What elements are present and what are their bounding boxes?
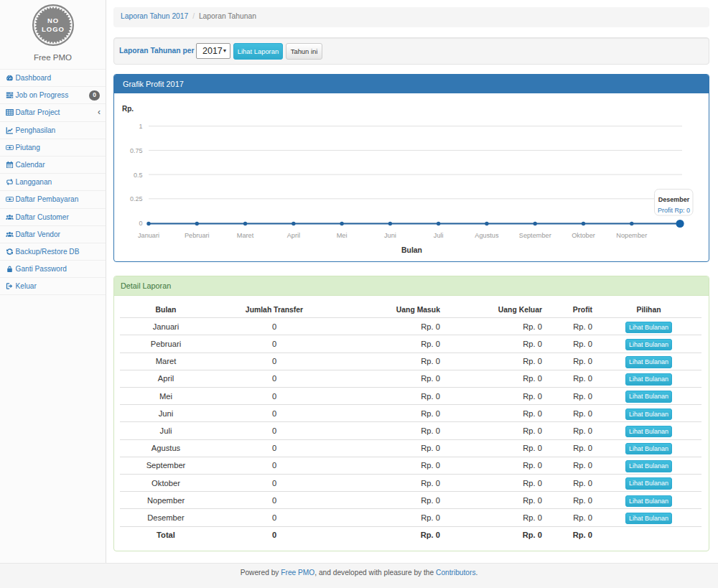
svg-text:Desember: Desember xyxy=(658,196,690,203)
svg-text:September: September xyxy=(519,232,551,239)
svg-text:0.5: 0.5 xyxy=(134,172,143,179)
svg-text:Mei: Mei xyxy=(337,232,348,239)
svg-text:Nopember: Nopember xyxy=(616,232,647,239)
svg-text:Oktober: Oktober xyxy=(572,232,595,239)
svg-text:Juni: Juni xyxy=(384,232,396,239)
svg-text:April: April xyxy=(287,232,300,239)
svg-text:Juli: Juli xyxy=(434,232,444,239)
svg-text:0.75: 0.75 xyxy=(130,147,143,154)
svg-text:0.25: 0.25 xyxy=(130,195,143,202)
svg-text:Agustus: Agustus xyxy=(475,232,499,239)
svg-text:NO: NO xyxy=(47,17,58,24)
svg-text:Pebruari: Pebruari xyxy=(185,232,210,239)
svg-text:LOGO: LOGO xyxy=(42,25,65,33)
svg-text:Maret: Maret xyxy=(237,232,254,239)
svg-text:0: 0 xyxy=(139,220,142,227)
svg-text:Rp.: Rp. xyxy=(122,105,134,113)
svg-text:1: 1 xyxy=(139,123,142,130)
svg-text:Profit Rp: 0: Profit Rp: 0 xyxy=(658,207,690,214)
svg-text:Bulan: Bulan xyxy=(401,246,422,254)
svg-text:Januari: Januari xyxy=(138,232,159,239)
